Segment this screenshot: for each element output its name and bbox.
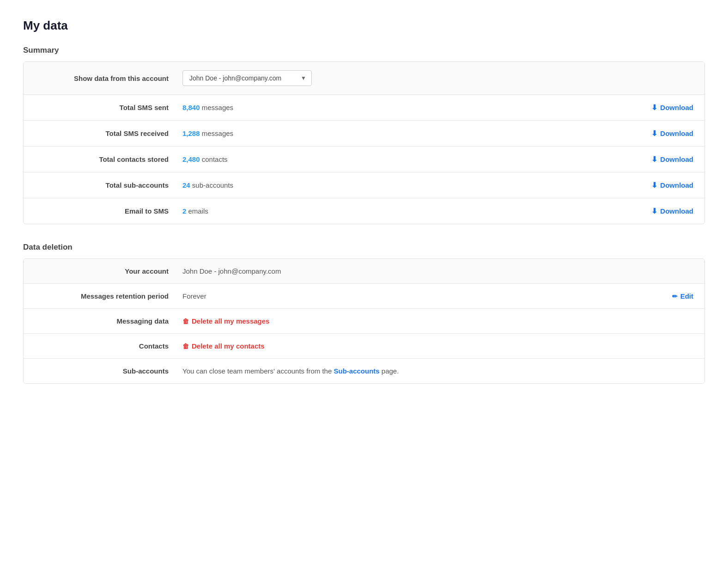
sub-accounts-value: 24 sub-accounts <box>182 181 651 189</box>
messaging-data-action: 🗑 Delete all my messages <box>182 317 693 325</box>
contacts-label: Contacts <box>35 342 182 350</box>
sub-accounts-label: Total sub-accounts <box>35 181 182 189</box>
your-account-row: Your account John Doe - john@company.com <box>24 259 704 284</box>
retention-row: Messages retention period Forever ✏ Edit <box>24 284 704 309</box>
sms-received-download-button[interactable]: ⬇ Download <box>651 129 693 138</box>
account-select-wrapper: John Doe - john@company.com ▼ <box>182 70 693 86</box>
subaccounts-row: Sub-accounts You can close team members'… <box>24 359 704 383</box>
download-icon: ⬇ <box>651 181 657 190</box>
summary-table: Show data from this account John Doe - j… <box>23 61 705 224</box>
account-select[interactable]: John Doe - john@company.com <box>182 70 312 86</box>
sms-sent-download-button[interactable]: ⬇ Download <box>651 103 693 112</box>
retention-label: Messages retention period <box>35 292 182 300</box>
email-to-sms-suffix: emails <box>186 207 208 215</box>
account-row: Show data from this account John Doe - j… <box>24 62 704 95</box>
contacts-stored-value: 2,480 contacts <box>182 155 651 163</box>
sms-sent-action: ⬇ Download <box>651 103 693 112</box>
contacts-stored-download-button[interactable]: ⬇ Download <box>651 155 693 164</box>
contacts-stored-suffix: contacts <box>200 155 228 163</box>
trash-icon: 🗑 <box>182 343 189 350</box>
subaccounts-link[interactable]: Sub-accounts <box>334 367 379 375</box>
retention-value: Forever <box>182 292 672 300</box>
sms-sent-row: Total SMS sent 8,840 messages ⬇ Download <box>24 95 704 121</box>
download-icon: ⬇ <box>651 103 657 112</box>
trash-icon: 🗑 <box>182 318 189 325</box>
delete-contacts-button[interactable]: 🗑 Delete all my contacts <box>182 342 693 350</box>
data-deletion-section: Data deletion Your account John Doe - jo… <box>23 243 705 384</box>
email-to-sms-label: Email to SMS <box>35 207 182 215</box>
sms-received-highlight: 1,288 <box>182 129 200 137</box>
contacts-row: Contacts 🗑 Delete all my contacts <box>24 334 704 359</box>
contacts-stored-highlight: 2,480 <box>182 155 200 163</box>
contacts-action: 🗑 Delete all my contacts <box>182 342 693 350</box>
sub-accounts-highlight: 24 <box>182 181 190 189</box>
subaccounts-label: Sub-accounts <box>35 367 182 375</box>
sms-sent-highlight: 8,840 <box>182 104 200 111</box>
sms-received-suffix: messages <box>200 129 234 137</box>
sms-received-row: Total SMS received 1,288 messages ⬇ Down… <box>24 121 704 147</box>
email-to-sms-row: Email to SMS 2 emails ⬇ Download <box>24 198 704 224</box>
sub-accounts-row: Total sub-accounts 24 sub-accounts ⬇ Dow… <box>24 172 704 198</box>
your-account-value: John Doe - john@company.com <box>182 267 693 275</box>
sms-sent-suffix: messages <box>200 104 234 111</box>
email-to-sms-download-button[interactable]: ⬇ Download <box>651 207 693 215</box>
account-row-label: Show data from this account <box>35 74 182 82</box>
email-to-sms-value: 2 emails <box>182 207 651 215</box>
messaging-data-label: Messaging data <box>35 317 182 325</box>
retention-action: ✏ Edit <box>672 292 693 300</box>
summary-section: Summary Show data from this account John… <box>23 46 705 224</box>
sub-accounts-download-button[interactable]: ⬇ Download <box>651 181 693 190</box>
sub-accounts-action: ⬇ Download <box>651 181 693 190</box>
delete-messages-button[interactable]: 🗑 Delete all my messages <box>182 317 693 325</box>
sms-received-label: Total SMS received <box>35 129 182 137</box>
sms-sent-label: Total SMS sent <box>35 104 182 111</box>
subaccounts-text-suffix: page. <box>380 367 399 375</box>
data-deletion-table: Your account John Doe - john@company.com… <box>23 258 705 384</box>
messaging-data-row: Messaging data 🗑 Delete all my messages <box>24 309 704 334</box>
download-icon: ⬇ <box>651 207 657 215</box>
sms-received-action: ⬇ Download <box>651 129 693 138</box>
your-account-label: Your account <box>35 267 182 275</box>
page-title: My data <box>23 18 705 33</box>
contacts-stored-row: Total contacts stored 2,480 contacts ⬇ D… <box>24 147 704 172</box>
download-icon: ⬇ <box>651 129 657 138</box>
edit-retention-button[interactable]: ✏ Edit <box>672 292 693 300</box>
email-to-sms-action: ⬇ Download <box>651 207 693 215</box>
pencil-icon: ✏ <box>672 293 678 300</box>
summary-heading: Summary <box>23 46 705 55</box>
download-icon: ⬇ <box>651 155 657 164</box>
sms-sent-value: 8,840 messages <box>182 104 651 111</box>
sms-received-value: 1,288 messages <box>182 129 651 137</box>
account-dropdown-wrapper: John Doe - john@company.com ▼ <box>182 70 312 86</box>
subaccounts-value: You can close team members' accounts fro… <box>182 367 693 375</box>
data-deletion-heading: Data deletion <box>23 243 705 252</box>
subaccounts-text-prefix: You can close team members' accounts fro… <box>182 367 334 375</box>
contacts-stored-action: ⬇ Download <box>651 155 693 164</box>
contacts-stored-label: Total contacts stored <box>35 155 182 163</box>
sub-accounts-suffix: sub-accounts <box>190 181 233 189</box>
